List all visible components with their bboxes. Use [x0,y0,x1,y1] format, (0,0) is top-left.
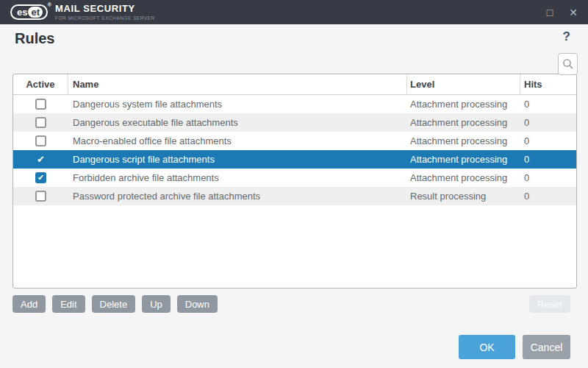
active-checkbox[interactable] [35,99,46,110]
titlebar: eset ® MAIL SECURITY FOR MICROSOFT EXCHA… [0,0,588,24]
column-header-level: Level [407,74,520,94]
page-title: Rules [15,30,54,47]
add-button[interactable]: Add [12,295,46,313]
eset-logo: eset ® [10,4,48,20]
rule-level: Attachment processing [407,135,520,146]
down-button[interactable]: Down [177,295,218,313]
table-row[interactable]: ✔ Dangerous script file attachments Atta… [13,150,576,169]
active-checkbox[interactable] [35,191,46,202]
active-cell [13,117,68,128]
ok-button[interactable]: OK [459,335,515,359]
active-checkbox[interactable]: ✔ [35,154,46,165]
brand-subtitle: FOR MICROSOFT EXCHANGE SERVER [55,15,155,21]
active-checkbox[interactable] [35,135,46,146]
brand-block: MAIL SECURITY FOR MICROSOFT EXCHANGE SER… [55,4,155,20]
eset-logo-et: et [28,7,43,18]
rule-name: Dangerous system file attachments [68,99,407,110]
rule-hits: 0 [520,191,576,202]
rule-level: Attachment processing [407,117,520,128]
column-header-hits: Hits [520,74,576,94]
table-body: Dangerous system file attachments Attach… [13,95,576,205]
app-window: eset ® MAIL SECURITY FOR MICROSOFT EXCHA… [0,0,588,368]
up-button[interactable]: Up [142,295,171,313]
column-header-name: Name [68,74,407,94]
brand-title: MAIL SECURITY [55,4,155,14]
rule-name: Dangerous script file attachments [68,154,407,165]
rule-level: Attachment processing [407,154,520,165]
reset-button[interactable]: Reset [529,295,570,313]
active-checkbox[interactable] [35,117,46,128]
search-icon [562,58,574,70]
rules-table: Active Name Level Hits Dangerous system … [12,74,577,289]
cancel-button[interactable]: Cancel [523,335,570,359]
table-row[interactable]: Password protected archive file attachme… [13,187,576,205]
rule-name: Password protected archive file attachme… [68,191,407,202]
rule-hits: 0 [520,154,576,165]
rule-hits: 0 [520,172,576,183]
close-button[interactable]: ✕ [569,7,578,18]
rule-hits: 0 [520,99,576,110]
rule-hits: 0 [520,117,576,128]
footer-bar: OK Cancel [459,335,570,359]
rule-name: Forbidden archive file attachments [68,172,407,183]
rule-hits: 0 [520,135,576,146]
rule-name: Dangerous executable file attachments [68,117,407,128]
active-cell [13,191,68,202]
active-cell [13,135,68,146]
column-header-active: Active [13,74,68,94]
help-button[interactable]: ? [563,29,570,44]
active-cell: ✔ [13,172,68,183]
rule-level: Attachment processing [407,172,520,183]
delete-button[interactable]: Delete [92,295,136,313]
window-controls: □ ✕ [547,7,578,18]
rule-level: Attachment processing [407,99,520,110]
table-row[interactable]: Dangerous executable file attachments At… [13,113,576,132]
table-row[interactable]: Macro-enabled office file attachments At… [13,132,576,150]
active-cell: ✔ [13,154,68,165]
table-row[interactable]: Dangerous system file attachments Attach… [13,95,576,113]
eset-logo-es: es [17,7,27,17]
edit-button[interactable]: Edit [52,295,85,313]
rule-name: Macro-enabled office file attachments [68,135,407,146]
registered-mark: ® [48,2,51,7]
table-header: Active Name Level Hits [13,74,576,95]
table-row[interactable]: ✔ Forbidden archive file attachments Att… [13,169,576,187]
maximize-button[interactable]: □ [547,7,553,18]
search-button[interactable] [558,53,578,75]
active-checkbox[interactable]: ✔ [35,172,46,183]
active-cell [13,99,68,110]
rule-level: Result processing [407,191,520,202]
action-bar: Add Edit Delete Up Down Reset [12,295,570,313]
